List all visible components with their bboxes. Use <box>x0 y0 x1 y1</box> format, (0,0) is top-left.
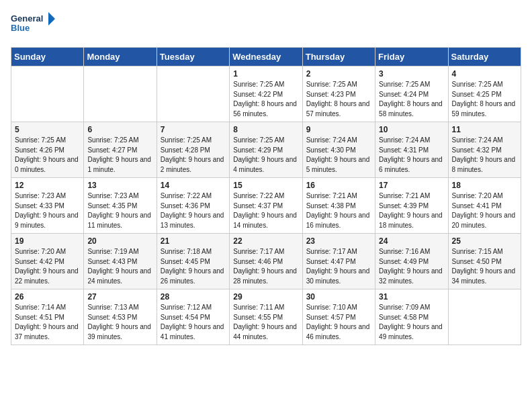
calendar-week-row: 12Sunrise: 7:23 AM Sunset: 4:33 PM Dayli… <box>11 178 521 234</box>
day-number: 10 <box>379 125 444 134</box>
day-number: 18 <box>452 181 517 190</box>
calendar-week-row: 19Sunrise: 7:20 AM Sunset: 4:42 PM Dayli… <box>11 234 521 289</box>
day-number: 28 <box>161 292 226 302</box>
calendar-header-row: SundayMondayTuesdayWednesdayThursdayFrid… <box>11 48 521 66</box>
day-info: Sunrise: 7:23 AM Sunset: 4:35 PM Dayligh… <box>87 191 152 230</box>
calendar-cell: 13Sunrise: 7:23 AM Sunset: 4:35 PM Dayli… <box>84 178 157 234</box>
day-number: 19 <box>15 236 80 246</box>
day-info: Sunrise: 7:19 AM Sunset: 4:43 PM Dayligh… <box>87 247 152 286</box>
day-info: Sunrise: 7:10 AM Sunset: 4:57 PM Dayligh… <box>306 303 371 342</box>
day-info: Sunrise: 7:17 AM Sunset: 4:47 PM Dayligh… <box>306 247 371 286</box>
day-number: 16 <box>306 181 371 190</box>
calendar-week-row: 1Sunrise: 7:25 AM Sunset: 4:22 PM Daylig… <box>11 66 521 122</box>
day-info: Sunrise: 7:13 AM Sunset: 4:53 PM Dayligh… <box>87 303 152 342</box>
calendar-cell: 22Sunrise: 7:17 AM Sunset: 4:46 PM Dayli… <box>230 234 302 289</box>
day-number: 9 <box>306 125 371 134</box>
day-info: Sunrise: 7:25 AM Sunset: 4:26 PM Dayligh… <box>15 136 80 175</box>
calendar-cell: 11Sunrise: 7:24 AM Sunset: 4:32 PM Dayli… <box>448 122 521 178</box>
day-number: 30 <box>306 292 371 302</box>
day-info: Sunrise: 7:21 AM Sunset: 4:38 PM Dayligh… <box>306 191 371 230</box>
calendar-table: SundayMondayTuesdayWednesdayThursdayFrid… <box>11 47 521 345</box>
day-number: 11 <box>452 125 517 134</box>
day-number: 24 <box>379 236 444 246</box>
calendar-cell <box>11 66 84 122</box>
calendar-cell: 8Sunrise: 7:25 AM Sunset: 4:29 PM Daylig… <box>230 122 302 178</box>
day-number: 4 <box>452 69 517 79</box>
day-info: Sunrise: 7:09 AM Sunset: 4:58 PM Dayligh… <box>379 303 444 342</box>
calendar-cell: 28Sunrise: 7:12 AM Sunset: 4:54 PM Dayli… <box>157 289 229 345</box>
day-info: Sunrise: 7:22 AM Sunset: 4:37 PM Dayligh… <box>233 191 298 230</box>
calendar-cell: 17Sunrise: 7:21 AM Sunset: 4:39 PM Dayli… <box>375 178 448 234</box>
calendar-cell: 1Sunrise: 7:25 AM Sunset: 4:22 PM Daylig… <box>230 66 302 122</box>
calendar-cell: 21Sunrise: 7:18 AM Sunset: 4:45 PM Dayli… <box>157 234 229 289</box>
day-number: 25 <box>452 236 517 246</box>
day-info: Sunrise: 7:25 AM Sunset: 4:23 PM Dayligh… <box>306 80 371 119</box>
day-number: 22 <box>233 236 298 246</box>
day-info: Sunrise: 7:21 AM Sunset: 4:39 PM Dayligh… <box>379 191 444 230</box>
calendar-cell <box>84 66 157 122</box>
day-info: Sunrise: 7:14 AM Sunset: 4:51 PM Dayligh… <box>15 303 80 342</box>
calendar-cell: 20Sunrise: 7:19 AM Sunset: 4:43 PM Dayli… <box>84 234 157 289</box>
logo: General Blue <box>11 11 58 39</box>
calendar-cell: 30Sunrise: 7:10 AM Sunset: 4:57 PM Dayli… <box>302 289 375 345</box>
calendar-cell: 9Sunrise: 7:24 AM Sunset: 4:30 PM Daylig… <box>302 122 375 178</box>
day-of-week-header: Friday <box>375 48 448 66</box>
day-of-week-header: Sunday <box>11 48 84 66</box>
calendar-cell: 10Sunrise: 7:24 AM Sunset: 4:31 PM Dayli… <box>375 122 448 178</box>
day-info: Sunrise: 7:16 AM Sunset: 4:49 PM Dayligh… <box>379 247 444 286</box>
day-info: Sunrise: 7:12 AM Sunset: 4:54 PM Dayligh… <box>161 303 226 342</box>
day-number: 15 <box>233 181 298 190</box>
day-of-week-header: Wednesday <box>230 48 302 66</box>
calendar-cell: 2Sunrise: 7:25 AM Sunset: 4:23 PM Daylig… <box>302 66 375 122</box>
day-info: Sunrise: 7:17 AM Sunset: 4:46 PM Dayligh… <box>233 247 298 286</box>
day-number: 21 <box>161 236 226 246</box>
day-info: Sunrise: 7:25 AM Sunset: 4:22 PM Dayligh… <box>233 80 298 119</box>
calendar-cell: 3Sunrise: 7:25 AM Sunset: 4:24 PM Daylig… <box>375 66 448 122</box>
day-of-week-header: Monday <box>84 48 157 66</box>
day-number: 3 <box>379 69 444 79</box>
day-info: Sunrise: 7:15 AM Sunset: 4:50 PM Dayligh… <box>452 247 517 286</box>
day-number: 7 <box>161 125 226 134</box>
calendar-cell: 4Sunrise: 7:25 AM Sunset: 4:25 PM Daylig… <box>448 66 521 122</box>
calendar-cell <box>157 66 229 122</box>
day-number: 14 <box>161 181 226 190</box>
day-of-week-header: Thursday <box>302 48 375 66</box>
calendar-week-row: 26Sunrise: 7:14 AM Sunset: 4:51 PM Dayli… <box>11 289 521 345</box>
day-number: 5 <box>15 125 80 134</box>
calendar-week-row: 5Sunrise: 7:25 AM Sunset: 4:26 PM Daylig… <box>11 122 521 178</box>
calendar-cell: 18Sunrise: 7:20 AM Sunset: 4:41 PM Dayli… <box>448 178 521 234</box>
day-number: 8 <box>233 125 298 134</box>
day-info: Sunrise: 7:25 AM Sunset: 4:29 PM Dayligh… <box>233 136 298 175</box>
day-info: Sunrise: 7:25 AM Sunset: 4:27 PM Dayligh… <box>87 136 152 175</box>
calendar-cell: 6Sunrise: 7:25 AM Sunset: 4:27 PM Daylig… <box>84 122 157 178</box>
day-number: 20 <box>87 236 152 246</box>
day-number: 13 <box>87 181 152 190</box>
calendar-cell: 16Sunrise: 7:21 AM Sunset: 4:38 PM Dayli… <box>302 178 375 234</box>
calendar-cell: 26Sunrise: 7:14 AM Sunset: 4:51 PM Dayli… <box>11 289 84 345</box>
day-number: 27 <box>87 292 152 302</box>
day-number: 1 <box>233 69 298 79</box>
page-header: General Blue <box>11 11 521 39</box>
day-info: Sunrise: 7:23 AM Sunset: 4:33 PM Dayligh… <box>15 191 80 230</box>
logo-svg: General Blue <box>11 11 58 39</box>
day-of-week-header: Tuesday <box>157 48 229 66</box>
calendar-cell <box>448 289 521 345</box>
calendar-cell: 27Sunrise: 7:13 AM Sunset: 4:53 PM Dayli… <box>84 289 157 345</box>
day-info: Sunrise: 7:24 AM Sunset: 4:30 PM Dayligh… <box>306 136 371 175</box>
day-info: Sunrise: 7:25 AM Sunset: 4:25 PM Dayligh… <box>452 80 517 119</box>
day-number: 2 <box>306 69 371 79</box>
day-info: Sunrise: 7:20 AM Sunset: 4:41 PM Dayligh… <box>452 191 517 230</box>
day-info: Sunrise: 7:11 AM Sunset: 4:55 PM Dayligh… <box>233 303 298 342</box>
calendar-cell: 14Sunrise: 7:22 AM Sunset: 4:36 PM Dayli… <box>157 178 229 234</box>
calendar-cell: 19Sunrise: 7:20 AM Sunset: 4:42 PM Dayli… <box>11 234 84 289</box>
calendar-cell: 31Sunrise: 7:09 AM Sunset: 4:58 PM Dayli… <box>375 289 448 345</box>
calendar-cell: 23Sunrise: 7:17 AM Sunset: 4:47 PM Dayli… <box>302 234 375 289</box>
calendar-cell: 25Sunrise: 7:15 AM Sunset: 4:50 PM Dayli… <box>448 234 521 289</box>
day-number: 26 <box>15 292 80 302</box>
day-number: 23 <box>306 236 371 246</box>
calendar-cell: 7Sunrise: 7:25 AM Sunset: 4:28 PM Daylig… <box>157 122 229 178</box>
svg-text:General: General <box>11 13 43 24</box>
day-info: Sunrise: 7:25 AM Sunset: 4:28 PM Dayligh… <box>161 136 226 175</box>
svg-text:Blue: Blue <box>11 23 30 33</box>
day-info: Sunrise: 7:24 AM Sunset: 4:31 PM Dayligh… <box>379 136 444 175</box>
